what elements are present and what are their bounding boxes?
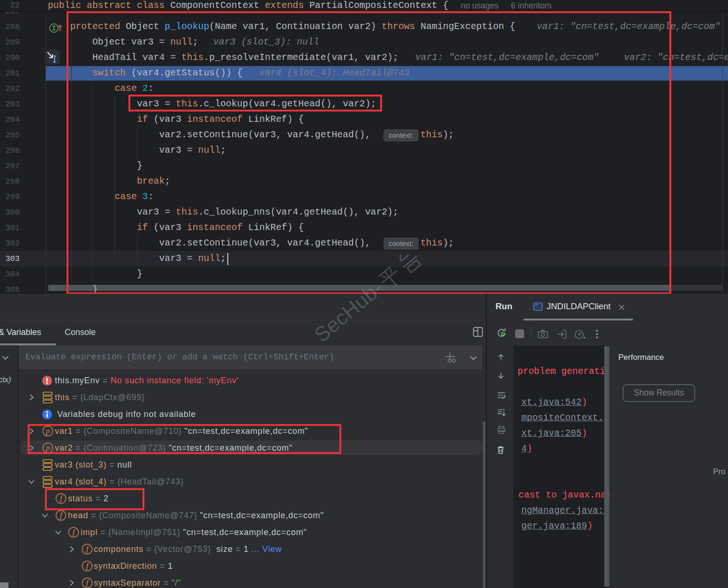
svg-text:f: f [73, 528, 76, 536]
svg-text:f: f [60, 511, 63, 520]
svg-text:f: f [86, 578, 90, 587]
svg-text:f: f [86, 561, 90, 570]
svg-text:f: f [86, 544, 90, 553]
